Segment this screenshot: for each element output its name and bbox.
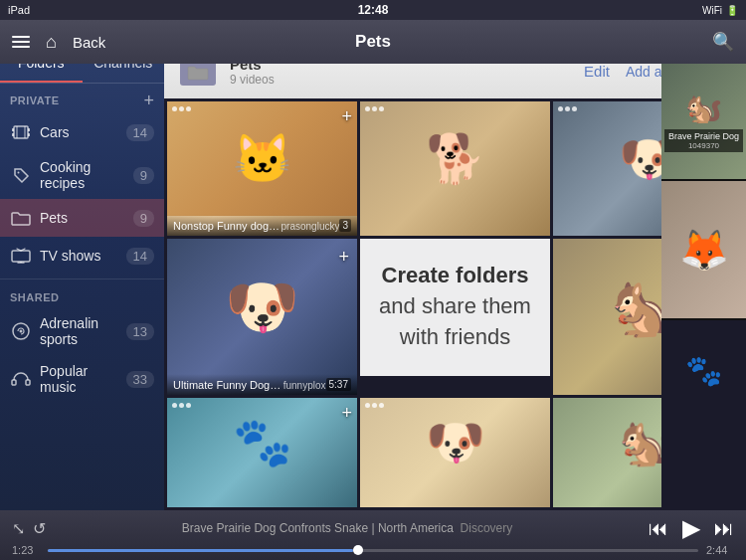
video-duration-1: 3: [339, 219, 351, 232]
add-video-1-button[interactable]: +: [341, 106, 352, 127]
status-ipad: iPad: [8, 4, 30, 16]
time-total: 2:44: [706, 544, 734, 556]
add-video-7-button[interactable]: +: [341, 403, 352, 424]
music-count: 33: [126, 371, 154, 388]
add-video-4-button[interactable]: +: [338, 247, 349, 268]
shared-section-label: SHARED: [10, 291, 59, 303]
tag-icon: [10, 164, 32, 186]
svg-rect-14: [26, 380, 30, 385]
top-bar: ⌂ Back Pets 🔍: [0, 20, 746, 64]
thumb-dots-3: [558, 106, 577, 111]
video-duration-4: 5:37: [326, 378, 351, 391]
adrenalin-label: Adrenalin sports: [40, 315, 118, 347]
right-thumb-3[interactable]: 🐾: [661, 320, 746, 420]
svg-point-7: [18, 172, 20, 174]
video-count: 9 videos: [230, 73, 570, 87]
home-icon[interactable]: ⌂: [46, 32, 57, 53]
sidebar-item-pets[interactable]: Pets 9: [0, 199, 164, 237]
adrenalin-count: 13: [126, 323, 154, 340]
add-private-button[interactable]: +: [143, 92, 154, 109]
cooking-count: 9: [133, 167, 154, 184]
wifi-icon: WiFi: [702, 5, 722, 16]
svg-rect-4: [12, 133, 14, 136]
sidebar-item-music[interactable]: Popular music 33: [0, 355, 164, 403]
page-title: Pets: [355, 32, 391, 52]
svg-point-12: [20, 330, 23, 333]
right-thumb-1-label: Brave Prairie Dog 1049370: [664, 129, 743, 152]
thumb-dots-2: [365, 106, 384, 111]
svg-rect-8: [12, 251, 30, 262]
time-current: 1:23: [12, 544, 40, 556]
sidebar-item-tvshows[interactable]: TV shows 14: [0, 237, 164, 275]
tvshows-label: TV shows: [40, 248, 118, 264]
video-title-4: Ultimate Funny Dog Videos...: [173, 379, 283, 391]
svg-rect-13: [12, 380, 16, 385]
player-title: Brave Prairie Dog Confronts Snake | Nort…: [182, 521, 454, 535]
svg-rect-6: [28, 133, 30, 136]
main-content: Pets 9 videos Edit Add all to playlist 🐱…: [164, 44, 746, 510]
tvshows-count: 14: [126, 248, 154, 265]
edit-button[interactable]: Edit: [584, 63, 610, 80]
adrenalin-icon: [10, 320, 32, 342]
promo-text: Create folders and share them with frien…: [369, 251, 541, 362]
right-thumb-1[interactable]: 🐿️ Brave Prairie Dog 1049370: [661, 64, 746, 181]
thumb-dots-7: [172, 403, 191, 408]
thumb-dots-1: [172, 106, 191, 111]
video-user-1: prasonglucky: [281, 221, 340, 232]
player-controls: ⏮ ▶ ⏭: [649, 514, 734, 542]
music-label: Popular music: [40, 363, 118, 395]
headphone-icon: [10, 368, 32, 390]
right-edge-panel: 🐿️ Brave Prairie Dog 1049370 🦊 🐾: [661, 64, 746, 510]
progress-bar[interactable]: [48, 549, 698, 552]
promo-panel: Create folders and share them with frien…: [360, 239, 550, 376]
sidebar-item-cars[interactable]: Cars 14: [0, 113, 164, 151]
video-item-8[interactable]: 🐶: [360, 398, 550, 507]
next-button[interactable]: ⏭: [714, 517, 734, 540]
pets-count: 9: [133, 210, 154, 227]
svg-rect-0: [14, 126, 28, 138]
video-item-1[interactable]: 🐱 + Nonstop Funny dogs &... prasonglucky…: [167, 101, 357, 236]
video-grid: 🐱 + Nonstop Funny dogs &... prasonglucky…: [164, 98, 746, 510]
player-info: Brave Prairie Dog Confronts Snake | Nort…: [46, 521, 649, 535]
play-button[interactable]: ▶: [682, 514, 700, 542]
right-thumb-2[interactable]: 🦊: [661, 181, 746, 320]
battery-icon: 🔋: [726, 5, 738, 16]
player-progress: 1:23 2:44: [12, 544, 734, 556]
private-section-label: PRIVATE: [10, 94, 60, 106]
cooking-label: Cooking recipes: [40, 159, 125, 191]
film-icon: [10, 121, 32, 143]
expand-button[interactable]: ⤡: [12, 519, 25, 538]
thumb-dots-8: [365, 403, 384, 408]
video-item-2[interactable]: 🐕: [360, 101, 550, 236]
tv-icon: [10, 245, 32, 267]
pets-label: Pets: [40, 210, 125, 226]
player-channel: Discovery: [461, 521, 513, 535]
search-icon[interactable]: 🔍: [712, 31, 734, 53]
refresh-button[interactable]: ↺: [33, 519, 46, 538]
svg-rect-3: [12, 128, 14, 131]
progress-fill: [48, 549, 353, 552]
thumbnail-1: 🐱: [167, 101, 357, 216]
cars-label: Cars: [40, 124, 118, 140]
folder-icon: [10, 207, 32, 229]
prev-button[interactable]: ⏮: [649, 517, 668, 540]
sidebar-item-cooking[interactable]: Cooking recipes 9: [0, 151, 164, 199]
back-button[interactable]: Back: [73, 34, 105, 51]
sidebar: Folders Channels PRIVATE + Cars 14: [0, 44, 164, 510]
cars-count: 14: [126, 124, 154, 141]
progress-thumb[interactable]: [353, 545, 363, 555]
video-item-4[interactable]: 🐶 + Ultimate Funny Dog Videos... funnypl…: [167, 239, 357, 396]
svg-rect-5: [28, 128, 30, 131]
sidebar-item-adrenalin[interactable]: Adrenalin sports 13: [0, 307, 164, 355]
video-title-1: Nonstop Funny dogs &...: [173, 220, 281, 232]
bottom-player: ⤡ ↺ Brave Prairie Dog Confronts Snake | …: [0, 510, 746, 560]
menu-button[interactable]: [12, 36, 30, 48]
video-user-4: funnyplox: [283, 380, 326, 391]
status-time: 12:48: [358, 3, 389, 17]
video-item-7[interactable]: 🐾 +: [167, 398, 357, 507]
